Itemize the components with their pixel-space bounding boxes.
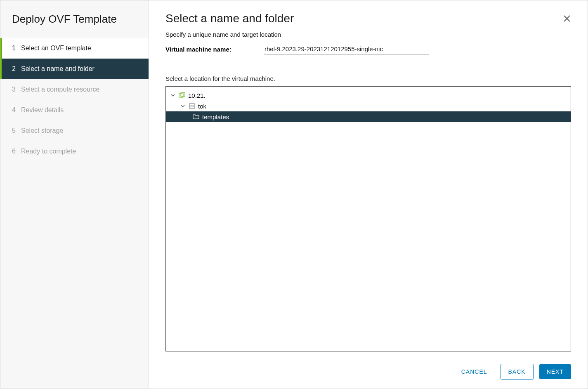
wizard-title: Deploy OVF Template <box>0 9 149 38</box>
step-num: 1 <box>12 45 21 52</box>
step-label: Select storage <box>21 127 63 134</box>
step-num: 3 <box>12 86 21 93</box>
wizard-step-1[interactable]: 1 Select an OVF template <box>0 38 149 59</box>
wizard-content: Select a name and folder Specify a uniqu… <box>149 0 588 389</box>
vcenter-icon <box>178 92 186 99</box>
wizard-sidebar: Deploy OVF Template 1 Select an OVF temp… <box>0 0 149 389</box>
tree-node-label: 10.21. <box>188 92 205 99</box>
step-label: Select a name and folder <box>21 65 94 73</box>
location-tree[interactable]: 10.21. tok templates <box>165 86 571 351</box>
folder-icon <box>192 113 200 120</box>
close-button[interactable] <box>563 14 571 24</box>
chevron-down-icon[interactable] <box>180 104 186 108</box>
vm-name-input[interactable] <box>264 44 429 54</box>
step-label: Select a compute resource <box>21 86 99 93</box>
wizard-footer: CANCEL BACK NEXT <box>165 351 571 380</box>
step-num: 4 <box>12 106 21 114</box>
wizard-steps: 1 Select an OVF template 2 Select a name… <box>0 38 149 162</box>
page-title: Select a name and folder <box>165 12 571 25</box>
wizard-step-3: 3 Select a compute resource <box>0 79 149 100</box>
next-button[interactable]: NEXT <box>539 364 571 379</box>
cancel-button[interactable]: CANCEL <box>454 364 495 379</box>
step-num: 6 <box>12 148 21 155</box>
wizard-step-4: 4 Review details <box>0 100 149 120</box>
vm-name-label: Virtual machine name: <box>165 46 264 53</box>
datacenter-icon <box>188 102 196 110</box>
step-num: 2 <box>12 65 21 73</box>
step-label: Ready to complete <box>21 148 76 155</box>
wizard-step-5: 5 Select storage <box>0 120 149 141</box>
step-label: Review details <box>21 106 64 114</box>
page-subtitle: Specify a unique name and target locatio… <box>165 31 571 38</box>
back-button[interactable]: BACK <box>501 364 534 380</box>
vm-name-row: Virtual machine name: <box>165 44 571 54</box>
svg-rect-2 <box>189 104 194 108</box>
chevron-down-icon[interactable] <box>170 93 176 97</box>
wizard-step-6: 6 Ready to complete <box>0 141 149 162</box>
tree-node-datacenter[interactable]: tok <box>166 101 571 111</box>
wizard-step-2[interactable]: 2 Select a name and folder <box>0 59 149 79</box>
close-icon <box>563 14 571 23</box>
location-label: Select a location for the virtual machin… <box>165 75 571 82</box>
deploy-ovf-dialog: Deploy OVF Template 1 Select an OVF temp… <box>0 0 588 389</box>
step-label: Select an OVF template <box>21 45 91 52</box>
tree-node-vcenter[interactable]: 10.21. <box>166 90 571 101</box>
tree-node-label: templates <box>202 113 229 120</box>
tree-node-label: tok <box>198 103 206 110</box>
step-num: 5 <box>12 127 21 134</box>
tree-node-folder-templates[interactable]: templates <box>166 111 571 122</box>
